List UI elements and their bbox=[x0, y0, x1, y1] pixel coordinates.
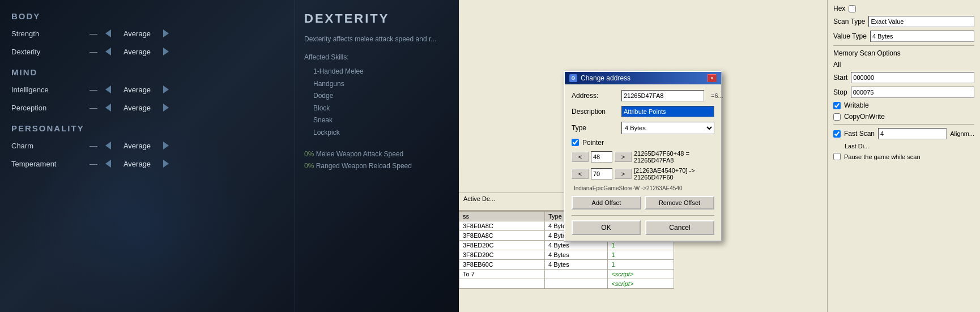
bonus-melee-pct: 0% bbox=[304, 150, 314, 158]
stat-perception-arrow-left[interactable] bbox=[105, 104, 111, 112]
dialog-body: Address: =6... Description Type 4 Bytes bbox=[565, 84, 721, 241]
dialog-overlay: ⚙ Change address × Address: =6... bbox=[459, 0, 827, 312]
stat-temperament-label: Temperament bbox=[11, 160, 85, 168]
skill-handguns: Handguns bbox=[313, 78, 450, 91]
scan-type-row: Scan Type bbox=[833, 16, 974, 27]
address-input[interactable] bbox=[621, 90, 704, 101]
scan-type-input[interactable] bbox=[868, 16, 974, 27]
dialog-title: Change address bbox=[581, 74, 630, 82]
bonus-ranged-text: Ranged Weapon Reload Speed bbox=[316, 162, 412, 170]
stat-temperament-minus[interactable]: — bbox=[90, 159, 97, 168]
skill-dodge: Dodge bbox=[313, 90, 450, 102]
stat-temperament-arrow-right[interactable] bbox=[163, 160, 169, 168]
offset2-more-btn[interactable]: > bbox=[615, 169, 632, 179]
stop-input[interactable] bbox=[851, 87, 974, 98]
category-personality-title: PERSONALITY bbox=[11, 123, 283, 133]
bonus-ranged: 0% Ranged Weapon Reload Speed bbox=[304, 160, 450, 173]
memory-scan-label: Memory Scan Options bbox=[833, 49, 901, 57]
offset1-more-btn[interactable]: > bbox=[615, 152, 632, 162]
fast-scan-label: Fast Scan bbox=[844, 130, 875, 138]
description-input[interactable] bbox=[621, 106, 714, 117]
dialog-buttons: OK Cancel bbox=[572, 215, 714, 235]
stat-perception-arrow-right[interactable] bbox=[163, 104, 169, 112]
ok-button[interactable]: OK bbox=[572, 220, 641, 235]
stats-panel: BODY Strength — Average Dexterity — Aver… bbox=[0, 0, 295, 312]
stop-label: Stop bbox=[833, 88, 847, 96]
dialog-close-button[interactable]: × bbox=[708, 74, 717, 82]
category-body: BODY Strength — Average Dexterity — Aver… bbox=[11, 11, 283, 58]
offset1-input[interactable] bbox=[591, 151, 612, 163]
value-type-label: Value Type bbox=[833, 32, 867, 40]
pause-row: Pause the game while scan bbox=[833, 153, 974, 160]
ce-main-area: Active De... ss Type Value 3F8E0A8C4 Byt… bbox=[459, 0, 827, 312]
category-mind-title: MIND bbox=[11, 67, 283, 77]
skill-sneak: Sneak bbox=[313, 114, 450, 127]
skill-block: Block bbox=[313, 102, 450, 115]
stat-dexterity-arrow-right[interactable] bbox=[163, 48, 169, 55]
type-select[interactable]: 4 Bytes bbox=[621, 122, 714, 134]
writable-row: Writable bbox=[833, 101, 974, 109]
stat-dexterity-value: Average bbox=[114, 48, 160, 56]
description-row: Description bbox=[572, 106, 714, 117]
stat-charm-label: Charm bbox=[11, 142, 85, 150]
stat-intelligence-minus[interactable]: — bbox=[90, 85, 97, 94]
path-row: IndianaEpicGameStore-W ->21263AE4540 bbox=[572, 184, 714, 193]
copy-on-write-label: CopyOnWrite bbox=[844, 113, 885, 121]
stat-charm-arrow-left[interactable] bbox=[105, 142, 111, 149]
change-address-dialog: ⚙ Change address × Address: =6... bbox=[564, 71, 722, 242]
stat-perception-label: Perception bbox=[11, 104, 85, 112]
memory-scan-row: Memory Scan Options bbox=[833, 49, 974, 57]
fast-scan-checkbox[interactable] bbox=[833, 130, 841, 138]
address-suffix: =6... bbox=[711, 92, 723, 99]
cancel-button[interactable]: Cancel bbox=[645, 220, 714, 235]
stat-dexterity-arrow-left[interactable] bbox=[105, 48, 111, 55]
dexterity-info-panel: DEXTERITY Dexterity affects melee attack… bbox=[295, 0, 459, 312]
stat-perception-minus[interactable]: — bbox=[90, 103, 97, 112]
stat-intelligence-value: Average bbox=[114, 86, 160, 94]
start-input[interactable] bbox=[851, 72, 974, 83]
pointer-checkbox[interactable] bbox=[572, 139, 579, 146]
hex-label: Hex bbox=[833, 5, 845, 12]
fast-scan-input[interactable] bbox=[878, 128, 947, 139]
last-di-label: Last Di... bbox=[845, 143, 869, 149]
offset1-less-btn[interactable]: < bbox=[572, 152, 589, 162]
stat-temperament-arrow-left[interactable] bbox=[105, 160, 111, 168]
stat-temperament-value: Average bbox=[114, 160, 160, 168]
offset2-less-btn[interactable]: < bbox=[572, 169, 589, 179]
pointer-checkbox-row: Pointer bbox=[572, 139, 714, 147]
stat-dexterity-minus[interactable]: — bbox=[90, 47, 97, 56]
copy-on-write-checkbox[interactable] bbox=[833, 113, 841, 121]
stat-strength-arrow-left[interactable] bbox=[105, 29, 111, 37]
type-label: Type bbox=[572, 124, 617, 132]
copy-on-write-row: CopyOnWrite bbox=[833, 113, 974, 121]
stat-charm-arrow-right[interactable] bbox=[163, 142, 169, 149]
writable-checkbox[interactable] bbox=[833, 102, 841, 109]
stat-intelligence-arrow-right[interactable] bbox=[163, 86, 169, 93]
pointer-offset2-row: < > [21263AE4540+70] -> 21265D47F60 bbox=[572, 167, 714, 181]
hex-checkbox[interactable] bbox=[849, 5, 856, 12]
stat-strength-arrow-right[interactable] bbox=[163, 29, 169, 37]
category-personality: PERSONALITY Charm — Average Temperament … bbox=[11, 123, 283, 170]
category-mind: MIND Intelligence — Average Perception —… bbox=[11, 67, 283, 114]
skill-1handed: 1-Handed Melee bbox=[313, 66, 450, 78]
offset2-input[interactable] bbox=[591, 168, 612, 179]
stat-intelligence-arrow-left[interactable] bbox=[105, 86, 111, 93]
stat-perception-value: Average bbox=[114, 104, 160, 112]
add-offset-button[interactable]: Add Offset bbox=[572, 196, 641, 210]
stat-dexterity-label: Dexterity bbox=[11, 48, 85, 56]
stat-strength-minus[interactable]: — bbox=[90, 29, 97, 38]
pause-label: Pause the game while scan bbox=[844, 153, 921, 160]
affected-skills-title: Affected Skills: bbox=[304, 53, 450, 61]
ce-panel: Active De... ss Type Value 3F8E0A8C4 Byt… bbox=[459, 0, 980, 312]
type-row: Type 4 Bytes bbox=[572, 122, 714, 134]
bonus-ranged-pct: 0% bbox=[304, 162, 314, 170]
stat-charm-minus[interactable]: — bbox=[90, 141, 97, 150]
address-label: Address: bbox=[572, 92, 617, 100]
bonus-melee-text: Melee Weapon Attack Speed bbox=[316, 150, 404, 158]
value-type-input[interactable] bbox=[870, 31, 974, 42]
remove-offset-button[interactable]: Remove Offset bbox=[645, 196, 714, 210]
last-di-row: Last Di... bbox=[833, 143, 974, 149]
pause-checkbox[interactable] bbox=[833, 153, 841, 160]
divider2 bbox=[833, 124, 974, 125]
all-row: All bbox=[833, 61, 974, 69]
